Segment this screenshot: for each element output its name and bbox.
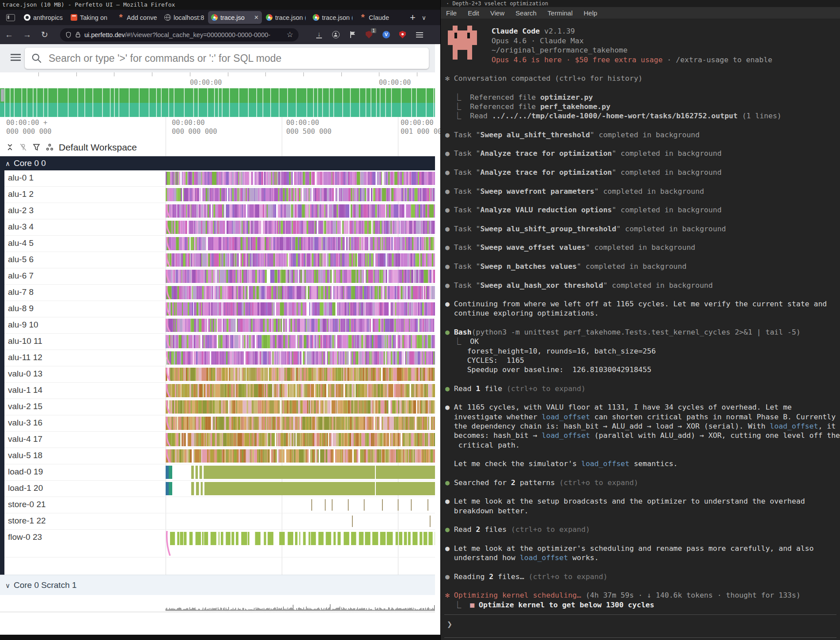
track-timeline-canvas[interactable] <box>166 482 435 495</box>
reload-icon[interactable]: ↻ <box>41 30 48 40</box>
track-row-alu-7[interactable]: alu-7 8 <box>0 285 435 301</box>
terminal-prompt[interactable]: ❯ <box>447 619 452 629</box>
menu-view[interactable]: View <box>490 9 504 17</box>
shield-icon[interactable] <box>65 31 72 38</box>
filter-icon[interactable] <box>32 143 41 151</box>
track-timeline-canvas[interactable] <box>166 449 435 463</box>
timeline-minimap[interactable] <box>0 88 435 117</box>
terminal-line <box>445 196 840 206</box>
menu-edit[interactable]: Edit <box>468 9 479 17</box>
track-group-core0[interactable]: ∧Core 0 0 <box>0 156 435 170</box>
menu-terminal[interactable]: Terminal <box>548 9 573 17</box>
menu-file[interactable]: File <box>446 9 457 17</box>
track-row-valu-3[interactable]: valu-3 16 <box>0 415 435 432</box>
timeline-ruler[interactable]: 00:00:0000:00:00 <box>0 72 435 88</box>
track-row-alu-8[interactable]: alu-8 9 <box>0 301 435 317</box>
track-timeline-canvas[interactable] <box>166 351 435 365</box>
track-row-alu-10[interactable]: alu-10 11 <box>0 334 435 350</box>
track-timeline-canvas[interactable] <box>166 172 435 185</box>
collapse-tracks-icon[interactable] <box>6 143 14 151</box>
track-row-valu-4[interactable]: valu-4 17 <box>0 432 435 448</box>
track-row-alu-3[interactable]: alu-3 4 <box>0 219 435 236</box>
browser-window-title: trace.json (10 MB) - Perfetto UI — Mozil… <box>2 1 175 8</box>
track-timeline-canvas[interactable] <box>166 253 435 267</box>
track-timeline-canvas[interactable] <box>166 466 435 479</box>
track-row-valu-2[interactable]: valu-2 15 <box>0 399 435 415</box>
new-tab-button[interactable]: + <box>410 12 416 23</box>
account-icon[interactable] <box>332 31 340 38</box>
tab-anthropics[interactable]: anthropics <box>21 11 67 24</box>
terminal-window: · Depth-2+3 vselect optimization FileEdi… <box>440 0 840 640</box>
track-row-store-1[interactable]: store-1 22 <box>0 513 435 530</box>
ruler-tick <box>76 72 77 76</box>
firefox-view-icon[interactable] <box>6 14 15 21</box>
back-icon[interactable]: ← <box>5 30 13 40</box>
track-timeline-canvas[interactable] <box>166 368 435 381</box>
track-timeline-canvas[interactable] <box>166 515 435 528</box>
tab-trace-jso[interactable]: trace.jso✕ <box>208 11 262 24</box>
track-row-valu-5[interactable]: valu-5 18 <box>0 448 435 464</box>
track-row-alu-2[interactable]: alu-2 3 <box>0 203 435 219</box>
track-timeline-canvas[interactable] <box>166 237 435 250</box>
track-row-store-0[interactable]: store-0 21 <box>0 497 435 513</box>
track-timeline-canvas[interactable] <box>166 286 435 299</box>
track-timeline-canvas[interactable] <box>166 204 435 218</box>
pin-disabled-icon[interactable] <box>19 143 27 151</box>
track-row-flow-0[interactable]: flow-0 23 <box>0 530 435 557</box>
track-row-alu-1[interactable]: alu-1 2 <box>0 187 435 203</box>
track-timeline-canvas[interactable] <box>166 302 435 316</box>
track-row-alu-0[interactable]: alu-0 1 <box>0 170 435 187</box>
track-row-load-1[interactable]: load-1 20 <box>0 481 435 497</box>
track-row-alu-9[interactable]: alu-9 10 <box>0 317 435 334</box>
workspace-label[interactable]: Default Workspace <box>59 142 137 153</box>
tab-trace-json-[interactable]: trace.json ( <box>310 11 356 24</box>
search-input[interactable]: Search or type '>' for commands or ':' f… <box>25 48 429 69</box>
track-row-load-0[interactable]: load-0 19 <box>0 464 435 481</box>
ublock-icon[interactable]: 1 <box>366 31 373 38</box>
downloads-icon[interactable]: ↓ <box>315 31 323 38</box>
track-group-scratch[interactable]: ∨Core 0 Scratch 1 <box>0 575 435 595</box>
track-timeline-canvas[interactable] <box>166 319 435 332</box>
track-timeline-canvas[interactable] <box>166 384 435 397</box>
track-label: alu-0 1 <box>8 170 34 185</box>
terminal-line: ● Read 2 files (ctrl+o to expand) <box>445 525 840 535</box>
terminal-line: investigate whether load_offset can shor… <box>445 413 840 422</box>
forward-icon[interactable]: → <box>23 30 31 40</box>
adblock-icon[interactable] <box>399 31 407 38</box>
track-row-valu-1[interactable]: valu-1 14 <box>0 383 435 399</box>
track-timeline-canvas[interactable] <box>166 498 435 512</box>
track-timeline-canvas[interactable] <box>166 433 435 446</box>
track-row-valu-0[interactable]: valu-0 13 <box>0 366 435 383</box>
tab-trace-json-[interactable]: trace.json ( <box>263 11 309 24</box>
track-timeline-canvas[interactable] <box>166 270 435 283</box>
prompt-divider-bottom <box>444 637 836 638</box>
url-bar[interactable]: ui.perfetto.dev/#!/viewer?local_cache_ke… <box>60 28 299 41</box>
track-timeline-canvas[interactable] <box>166 531 435 556</box>
track-row-alu-6[interactable]: alu-6 7 <box>0 268 435 285</box>
track-timeline-canvas[interactable] <box>166 335 435 348</box>
bookmark-star-icon[interactable]: ☆ <box>287 30 293 39</box>
extensions-icon[interactable] <box>349 31 356 38</box>
terminal-output: ✻ Conversation compacted (ctrl+o for his… <box>445 74 840 610</box>
track-timeline-canvas[interactable] <box>166 221 435 234</box>
menu-hamburger-icon[interactable] <box>416 31 424 38</box>
tab-taking-on[interactable]: Taking on <box>68 11 114 24</box>
tab-claude[interactable]: Claude <box>356 11 402 24</box>
track-timeline-canvas[interactable] <box>166 188 435 201</box>
list-all-tabs-chevron-icon[interactable]: ∨ <box>422 14 426 21</box>
track-row-alu-11[interactable]: alu-11 12 <box>0 350 435 366</box>
close-tab-icon[interactable]: ✕ <box>254 14 259 21</box>
track-row-alu-4[interactable]: alu-4 5 <box>0 236 435 252</box>
workspace-icon[interactable] <box>45 143 54 151</box>
password-manager-icon[interactable]: V <box>382 31 390 38</box>
track-timeline-canvas[interactable] <box>166 417 435 430</box>
track-row-alu-5[interactable]: alu-5 6 <box>0 252 435 268</box>
tab-add-conve[interactable]: Add conve <box>114 11 160 24</box>
sidebar-hamburger-icon[interactable] <box>11 54 21 61</box>
url-text[interactable]: ui.perfetto.dev/#!/viewer?local_cache_ke… <box>84 31 283 38</box>
github-icon <box>24 14 30 21</box>
tab-localhost-8[interactable]: localhost:8 <box>161 11 207 24</box>
menu-search[interactable]: Search <box>515 9 537 17</box>
track-timeline-canvas[interactable] <box>166 400 435 414</box>
menu-help[interactable]: Help <box>584 9 598 17</box>
